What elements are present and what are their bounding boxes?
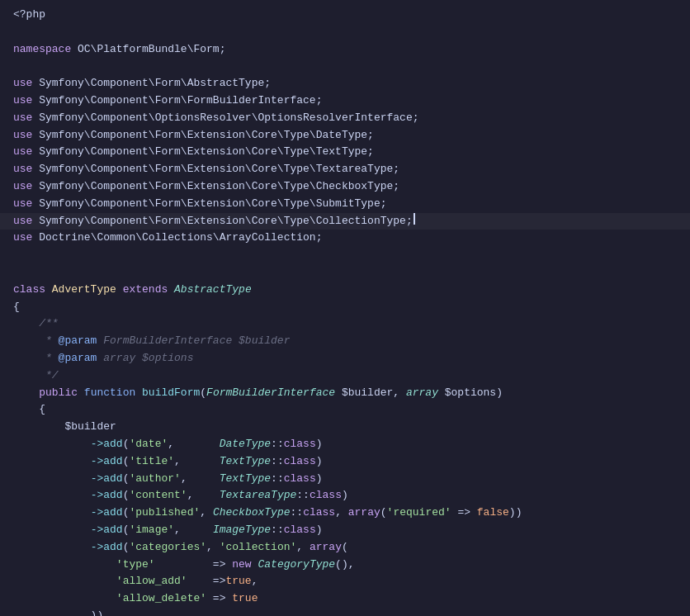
code-line: * @param array $options [0, 350, 690, 367]
token: ( [123, 487, 130, 505]
token: * [13, 350, 59, 367]
code-editor: <?php namespace OC\PlatformBundle\Form; … [0, 0, 690, 616]
token: ( [123, 453, 130, 471]
token [13, 471, 91, 488]
token: array $options [97, 350, 193, 367]
token: , [174, 522, 213, 539]
token: add [103, 487, 122, 505]
code-line: ->add('categories', 'collection', array( [0, 539, 690, 557]
code-line: ->add('image', ImageType::class) [0, 522, 690, 539]
code-line [0, 24, 690, 41]
code-line: use Symfony\Component\Form\Extension\Cor… [0, 178, 690, 196]
token: false [477, 505, 509, 522]
token: 'allow_delete' [116, 590, 206, 608]
token: DateType [220, 436, 271, 453]
code-line: { [0, 299, 690, 316]
code-line: use Symfony\Component\Form\FormBuilderIn… [0, 92, 690, 110]
token: class [13, 282, 52, 299]
token: -> [91, 453, 104, 471]
token: -> [91, 436, 104, 453]
token: , [181, 471, 220, 488]
code-line: { [0, 401, 690, 419]
code-line: use Symfony\Component\Form\Extension\Cor… [0, 161, 690, 178]
token: Symfony\Component\Form\FormBuilderInterf… [39, 92, 315, 110]
token: @param [59, 350, 97, 367]
token: ( [123, 522, 130, 539]
token: :: [271, 436, 284, 453]
token: @param [59, 333, 97, 350]
token: class [303, 505, 335, 522]
token [13, 522, 91, 539]
token: use [13, 178, 39, 196]
token: class [284, 436, 316, 453]
token: )) [509, 505, 522, 522]
token: Symfony\Component\Form\Extension\Core\Ty… [39, 127, 367, 145]
token: , [335, 505, 348, 522]
code-line: <?php [0, 7, 690, 24]
token: Symfony\Component\Form\Extension\Core\Ty… [39, 213, 406, 230]
token: => [451, 505, 477, 522]
token: :: [296, 487, 310, 505]
token: -> [91, 522, 104, 539]
token: OC\PlatformBundle\Form [78, 41, 220, 59]
token [13, 436, 91, 453]
token: */ [13, 367, 59, 385]
token: use [13, 213, 39, 230]
token: Doctrine\Common\Collections\ArrayCollect… [39, 230, 315, 247]
token: ; [393, 178, 399, 196]
code-line: ->add('content', TextareaType::class) [0, 487, 690, 505]
token: add [103, 505, 122, 522]
code-line: use Symfony\Component\Form\Extension\Cor… [0, 213, 690, 230]
token: -> [91, 487, 104, 505]
token: , [206, 539, 220, 557]
token: 'allow_add' [116, 573, 187, 590]
token: class [284, 471, 316, 488]
token: use [13, 75, 39, 92]
token: 'date' [129, 436, 168, 453]
token: ; [220, 41, 226, 59]
token: (), [335, 557, 354, 574]
token: add [103, 436, 122, 453]
code-line: /** [0, 315, 690, 333]
code-line: 'allow_delete' => true [0, 590, 690, 608]
token: , [296, 539, 310, 557]
code-line: use Symfony\Component\Form\AbstractType; [0, 75, 690, 92]
token: class [284, 453, 316, 471]
token: ) [316, 453, 323, 471]
token: array [310, 539, 342, 557]
token: $builder [13, 419, 116, 436]
code-line: $builder [0, 419, 690, 436]
token: class [310, 487, 342, 505]
token: add [103, 522, 122, 539]
code-line: ->add('title', TextType::class) [0, 453, 690, 471]
token: 'image' [129, 522, 174, 539]
token: ( [200, 385, 206, 402]
token: true [232, 590, 258, 608]
token: ( [123, 505, 130, 522]
token: FormBuilderInterface $builder [97, 333, 290, 350]
token: array [348, 505, 380, 522]
token: <?php [13, 7, 45, 24]
token: /** [13, 315, 59, 333]
token: ; [316, 92, 323, 110]
token: ; [316, 230, 323, 247]
code-line: 'allow_add' =>true, [0, 573, 690, 590]
token: TextType [220, 471, 271, 488]
token: ( [380, 505, 387, 522]
token: ( [342, 539, 348, 557]
token: ) [496, 385, 503, 402]
token: use [13, 161, 39, 178]
token: use [13, 92, 39, 110]
code-line [0, 264, 690, 282]
token: $options [445, 385, 496, 402]
token: ; [264, 75, 271, 92]
token: :: [291, 505, 304, 522]
token: Symfony\Component\Form\Extension\Core\Ty… [39, 196, 380, 213]
token: 'type' [116, 557, 155, 574]
token: buildForm [142, 385, 200, 402]
code-line: */ [0, 367, 690, 385]
token: ) [316, 436, 323, 453]
token: Symfony\Component\OptionsResolver\Option… [39, 110, 412, 127]
token: , [174, 453, 220, 471]
token: function [84, 385, 142, 402]
